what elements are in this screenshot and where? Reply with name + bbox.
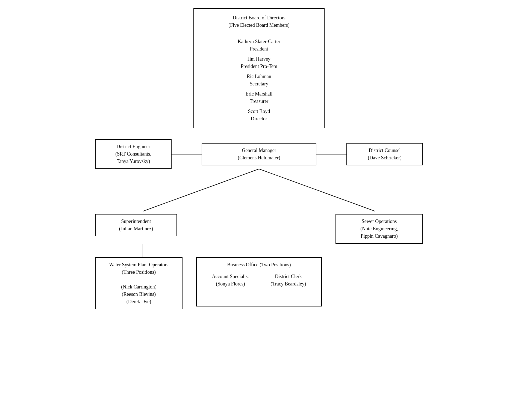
left-h-line bbox=[172, 154, 202, 154]
water-operators-box: Water System Plant Operators (Three Posi… bbox=[95, 257, 183, 309]
sewer-col: Sewer Operations (Nute Engineering, Pipp… bbox=[335, 214, 423, 244]
second-level-row: Superintendent (Julian Martinez) Sewer O… bbox=[95, 214, 423, 244]
right-h-line bbox=[316, 154, 346, 154]
board-member-4: Eric Marshall Treasurer bbox=[198, 90, 320, 105]
district-counsel-box: District Counsel (Dave Schricker) bbox=[346, 143, 423, 165]
org-chart: District Board of Directors (Five Electe… bbox=[95, 8, 423, 309]
board-member-2: Jim Harvey President Pro-Tem bbox=[198, 55, 320, 70]
business-office-box: Business Office (Two Positions) Account … bbox=[196, 257, 322, 306]
svg-line-2 bbox=[259, 169, 375, 211]
lower-connector-svg bbox=[95, 244, 423, 257]
superintendent-box: Superintendent (Julian Martinez) bbox=[95, 214, 177, 236]
business-office-title: Business Office (Two Positions) bbox=[201, 261, 317, 269]
lower-connectors bbox=[95, 244, 423, 257]
business-office-roles: Account Specialist (Sonya Flores) Distri… bbox=[201, 273, 317, 288]
sewer-operations-box: Sewer Operations (Nute Engineering, Pipp… bbox=[335, 214, 423, 244]
account-specialist: Account Specialist (Sonya Flores) bbox=[212, 273, 249, 288]
superintendent-col: Superintendent (Julian Martinez) bbox=[95, 214, 177, 236]
water-operators-col: Water System Plant Operators (Three Posi… bbox=[95, 257, 183, 309]
connector-svg bbox=[95, 169, 423, 213]
business-office-col: Business Office (Two Positions) Account … bbox=[196, 257, 322, 306]
board-box: District Board of Directors (Five Electe… bbox=[193, 8, 325, 128]
board-title: District Board of Directors (Five Electe… bbox=[198, 14, 320, 29]
gm-row: District Engineer (SRT Consultants, Tany… bbox=[95, 139, 423, 169]
board-member-5: Scott Boyd Director bbox=[198, 108, 320, 123]
connector-svg-area bbox=[95, 169, 423, 214]
district-clerk: District Clerk (Tracy Beardsley) bbox=[271, 273, 306, 288]
board-member-1: Kathryn Slater-Carter President bbox=[198, 38, 320, 53]
board-to-gm-line bbox=[259, 128, 259, 139]
general-manager-box: General Manager (Clemens Heldmaier) bbox=[202, 143, 316, 165]
left-side: District Engineer (SRT Consultants, Tany… bbox=[95, 139, 202, 169]
svg-line-0 bbox=[143, 169, 259, 211]
bottom-row: Water System Plant Operators (Three Posi… bbox=[95, 257, 423, 309]
right-side: District Counsel (Dave Schricker) bbox=[316, 143, 423, 165]
district-engineer-box: District Engineer (SRT Consultants, Tany… bbox=[95, 139, 172, 169]
board-member-3: Ric Lohman Secretary bbox=[198, 73, 320, 88]
